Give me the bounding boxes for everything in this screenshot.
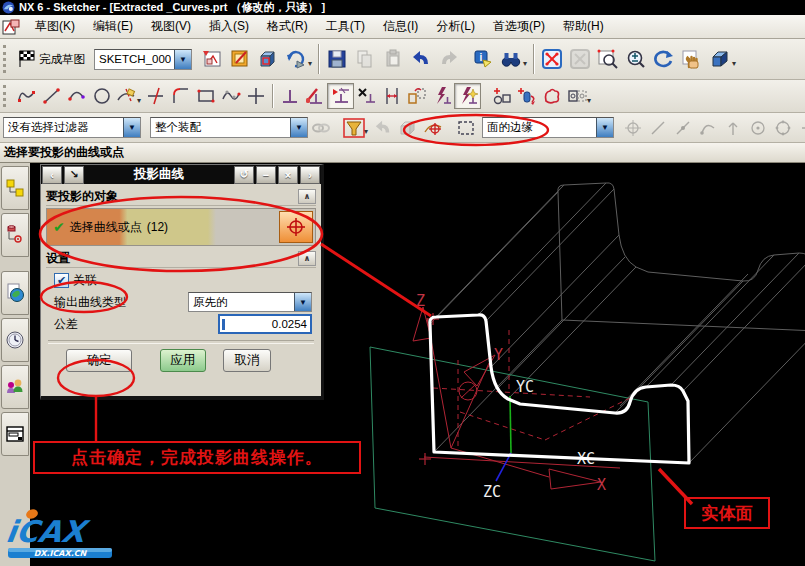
rectangle-button[interactable] [193, 84, 218, 108]
alternate-solution-button[interactable] [429, 84, 454, 108]
rotate-view-button[interactable] [650, 45, 678, 73]
tab-assembly-navigator[interactable] [1, 166, 29, 210]
menu-item-insert[interactable]: 插入(S) [200, 15, 258, 38]
menu-item-help[interactable]: 帮助(H) [554, 15, 613, 38]
snap-existing-point-button[interactable] [795, 116, 805, 140]
menu-item-format[interactable]: 格式(R) [258, 15, 317, 38]
dialog-close-button[interactable]: × [278, 166, 298, 184]
profile-button[interactable] [14, 84, 39, 108]
show-all-constraints-button[interactable] [327, 83, 354, 109]
collapse-chevron-icon[interactable]: ∧ [298, 251, 316, 266]
arc-button[interactable] [64, 84, 89, 108]
reattach-sketch-button[interactable] [198, 45, 226, 73]
menu-item-analysis[interactable]: 分析(L) [427, 15, 484, 38]
dialog-minimize-button[interactable]: − [256, 166, 276, 184]
output-type-combo[interactable]: 原先的 ▼ [188, 292, 312, 312]
pan-view-button[interactable] [678, 45, 706, 73]
snap-control-point-button[interactable] [695, 116, 720, 140]
toolbar-overflow-caret[interactable]: ▾ [732, 59, 736, 68]
toolbar-grip[interactable] [3, 45, 10, 73]
offset-curve-button[interactable] [489, 84, 514, 108]
tab-history[interactable] [1, 318, 29, 362]
snap-mode-combo[interactable]: 面的边缘 ▼ [482, 117, 614, 138]
studio-spline-button[interactable] [218, 84, 243, 108]
chevron-down-icon[interactable]: ▼ [294, 293, 311, 311]
chevron-down-icon[interactable]: ▼ [123, 118, 140, 137]
fillet-button[interactable] [168, 84, 193, 108]
point-button[interactable] [243, 84, 268, 108]
toolbar-overflow-caret[interactable]: ▾ [308, 59, 312, 68]
tab-roles[interactable] [1, 365, 29, 409]
line-button[interactable] [39, 84, 64, 108]
cancel-button[interactable]: 取消 [223, 349, 271, 372]
sketch-name-combo[interactable]: SKETCH_000 ▼ [94, 49, 192, 70]
menu-item-information[interactable]: 信息(I) [374, 15, 427, 38]
sketch-style-button[interactable] [226, 45, 254, 73]
menu-item-edit[interactable]: 编辑(E) [84, 15, 142, 38]
snap-midpoint-button[interactable] [670, 116, 695, 140]
convert-to-reference-button[interactable] [404, 84, 429, 108]
menu-item-view[interactable]: 视图(V) [142, 15, 200, 38]
information-button[interactable]: i [469, 45, 497, 73]
menu-item-sketch[interactable]: 草图(K) [26, 15, 84, 38]
fit-view-button[interactable] [538, 45, 566, 73]
objects-group-header[interactable]: 要投影的对象 ∧ [46, 188, 316, 206]
auto-constrain-button[interactable] [302, 84, 327, 108]
toolbar-overflow-caret[interactable]: ▾ [523, 59, 527, 68]
dialog-drag-pointer-icon[interactable]: ↘ [64, 166, 84, 184]
constraints-button[interactable] [277, 84, 302, 108]
pattern-curve-button[interactable] [514, 84, 539, 108]
snap-inferred-button[interactable] [620, 116, 645, 140]
save-button[interactable] [323, 45, 351, 73]
copy-button[interactable] [351, 45, 379, 73]
general-selection-filter-button[interactable] [341, 116, 366, 140]
snap-intersection-button[interactable] [720, 116, 745, 140]
chevron-down-icon[interactable]: ▼ [174, 50, 191, 69]
redo-button[interactable] [435, 45, 463, 73]
update-model-button[interactable] [282, 45, 310, 73]
tab-web-browser[interactable] [1, 271, 29, 315]
quick-extend-button[interactable] [143, 84, 168, 108]
tab-part-navigator[interactable] [1, 213, 29, 257]
orient-view-to-sketch-button[interactable] [254, 45, 282, 73]
menu-item-preferences[interactable]: 首选项(P) [484, 15, 554, 38]
interpart-selection-button[interactable] [308, 116, 333, 140]
perspective-button[interactable] [706, 45, 734, 73]
zoom-in-out-button[interactable] [622, 45, 650, 73]
paste-button[interactable] [379, 45, 407, 73]
circle-button[interactable] [89, 84, 114, 108]
dialog-forward-button[interactable]: › [300, 166, 320, 184]
apply-button[interactable]: 应用 [160, 349, 206, 372]
intersection-curve-button[interactable] [539, 84, 564, 108]
dialog-reset-button[interactable]: ↺ [234, 166, 254, 184]
finish-sketch-button[interactable]: 完成草图 [14, 45, 94, 73]
collapse-chevron-icon[interactable]: ∧ [298, 189, 316, 204]
add-existing-curve-button[interactable] [564, 84, 589, 108]
animate-dimension-button[interactable] [379, 84, 404, 108]
snap-quadrant-button[interactable] [770, 116, 795, 140]
toolbar-overflow-caret[interactable]: ▾ [587, 96, 591, 105]
undo-selection-button[interactable] [370, 116, 395, 140]
snap-point-toggle-button[interactable] [420, 116, 445, 140]
curve-selection-row[interactable]: ✔ 选择曲线或点 (12) [46, 208, 316, 246]
find-button[interactable] [497, 45, 525, 73]
tab-system-windows[interactable] [1, 412, 29, 456]
ok-button[interactable]: 确定 [66, 349, 132, 372]
create-inferred-constraints-button[interactable] [454, 83, 481, 109]
chevron-down-icon[interactable]: ▼ [596, 118, 613, 137]
dialog-title-bar[interactable]: ‹ ↘ 投影曲线 ↺ − × › [41, 165, 321, 184]
selection-scope-combo[interactable]: 整个装配 ▼ [150, 117, 308, 138]
undo-button[interactable] [407, 45, 435, 73]
filter-dropdown-caret[interactable]: ▾ [364, 127, 368, 136]
associative-checkbox[interactable]: ✔ [54, 273, 69, 288]
snap-endpoint-button[interactable] [645, 116, 670, 140]
show-no-constraints-button[interactable] [354, 84, 379, 108]
toolbar-grip[interactable] [3, 85, 10, 107]
dialog-back-button[interactable]: ‹ [42, 166, 62, 184]
zoom-box-button[interactable] [594, 45, 622, 73]
quick-trim-button[interactable] [114, 84, 139, 108]
deselect-all-button[interactable] [395, 116, 420, 140]
rectangle-select-button[interactable] [453, 116, 478, 140]
snap-arc-center-button[interactable] [745, 116, 770, 140]
menu-item-tools[interactable]: 工具(T) [317, 15, 374, 38]
